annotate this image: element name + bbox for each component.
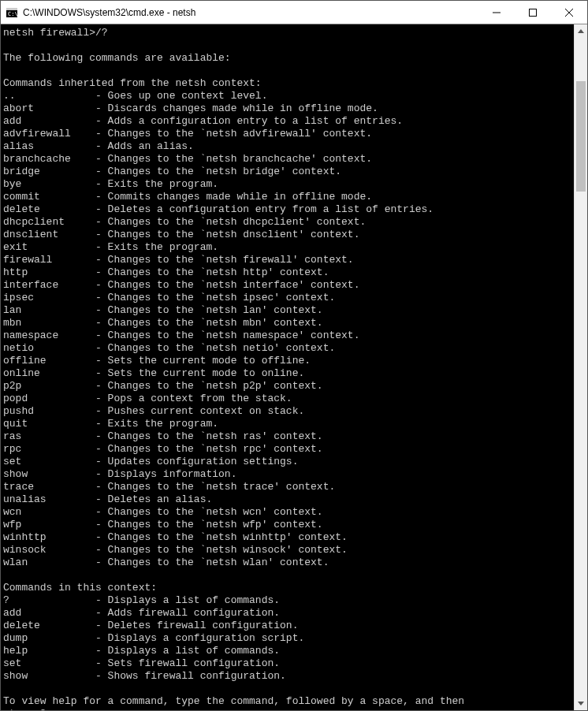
inherited-cmd-dotdot: .. - Goes up one context level. — [3, 90, 571, 102]
titlebar[interactable]: C:\ C:\WINDOWS\system32\cmd.exe - netsh — [1, 1, 587, 24]
inherited-cmd-bye: bye - Exits the program. — [3, 178, 571, 191]
blank-line — [3, 39, 571, 52]
scroll-track[interactable] — [575, 38, 587, 697]
inherited-cmd-alias: alias - Adds an alias. — [3, 140, 571, 153]
inherited-cmd-dhcpclient: dhcpclient - Changes to the `netsh dhcpc… — [3, 216, 571, 229]
context-cmd-help: help - Displays a list of commands. — [3, 645, 571, 657]
inherited-cmd-netio: netio - Changes to the `netsh netio' con… — [3, 342, 571, 355]
inherited-cmd-exit: exit - Exits the program. — [3, 241, 571, 254]
blank-line — [3, 683, 571, 695]
inherited-cmd-ipsec: ipsec - Changes to the `netsh ipsec' con… — [3, 292, 571, 304]
context-cmd-delete: delete - Deletes firewall configuration. — [3, 620, 571, 632]
svg-marker-8 — [578, 702, 584, 705]
available-header: The following commands are available: — [3, 52, 571, 65]
inherited-cmd-set: set - Updates configuration settings. — [3, 456, 571, 468]
context-cmd-qmark: ? - Displays a list of commands. — [3, 594, 571, 607]
inherited-cmd-online: online - Sets the current mode to online… — [3, 367, 571, 380]
inherited-cmd-firewall: firewall - Changes to the `netsh firewal… — [3, 254, 571, 266]
inherited-cmd-wcn: wcn - Changes to the `netsh wcn' context… — [3, 506, 571, 519]
inherited-cmd-mbn: mbn - Changes to the `netsh mbn' context… — [3, 317, 571, 329]
inherited-cmd-ras: ras - Changes to the `netsh ras' context… — [3, 430, 571, 443]
inherited-cmd-offline: offline - Sets the current mode to offli… — [3, 355, 571, 367]
svg-rect-1 — [6, 8, 17, 10]
inherited-cmd-wlan: wlan - Changes to the `netsh wlan' conte… — [3, 557, 571, 569]
scroll-thumb[interactable] — [576, 81, 586, 192]
cmd-icon: C:\ — [6, 6, 18, 19]
cmd-window: C:\ C:\WINDOWS\system32\cmd.exe - netsh … — [0, 0, 588, 711]
context-cmd-add: add - Adds firewall configuration. — [3, 607, 571, 620]
window-controls — [478, 1, 587, 24]
maximize-button[interactable] — [515, 1, 551, 24]
svg-rect-4 — [530, 9, 537, 16]
window-title: C:\WINDOWS\system32\cmd.exe - netsh — [23, 7, 478, 18]
inherited-header: Commands inherited from the netsh contex… — [3, 77, 571, 90]
inherited-cmd-lan: lan - Changes to the `netsh lan' context… — [3, 304, 571, 317]
inherited-cmd-unalias: unalias - Deletes an alias. — [3, 493, 571, 506]
scroll-down-arrow[interactable] — [575, 697, 587, 710]
inherited-cmd-pushd: pushd - Pushes current context on stack. — [3, 405, 571, 418]
blank-line — [3, 65, 571, 77]
close-button[interactable] — [551, 1, 587, 24]
console-output[interactable]: netsh firewall>/? The following commands… — [1, 24, 574, 710]
inherited-cmd-advfirewall: advfirewall - Changes to the `netsh advf… — [3, 128, 571, 140]
vertical-scrollbar[interactable] — [574, 24, 587, 710]
inherited-cmd-namespace: namespace - Changes to the `netsh namesp… — [3, 329, 571, 342]
inherited-cmd-bridge: bridge - Changes to the `netsh bridge' c… — [3, 166, 571, 178]
prompt-input-help: netsh firewall>/? — [3, 27, 571, 39]
inherited-cmd-commit: commit - Commits changes made while in o… — [3, 191, 571, 203]
inherited-cmd-abort: abort - Discards changes made while in o… — [3, 102, 571, 115]
svg-marker-7 — [578, 29, 584, 33]
inherited-cmd-popd: popd - Pops a context from the stack. — [3, 393, 571, 405]
inherited-cmd-p2p: p2p - Changes to the `netsh p2p' context… — [3, 380, 571, 393]
scroll-up-arrow[interactable] — [575, 24, 587, 38]
context-header: Commands in this context: — [3, 582, 571, 594]
inherited-cmd-wfp: wfp - Changes to the `netsh wfp' context… — [3, 519, 571, 531]
blank-line — [3, 569, 571, 582]
context-cmd-show: show - Shows firewall configuration. — [3, 670, 571, 683]
inherited-cmd-add: add - Adds a configuration entry to a li… — [3, 115, 571, 128]
inherited-cmd-dnsclient: dnsclient - Changes to the `netsh dnscli… — [3, 229, 571, 241]
help-hint-line1: To view help for a command, type the com… — [3, 695, 571, 708]
inherited-cmd-http: http - Changes to the `netsh http' conte… — [3, 266, 571, 279]
inherited-cmd-winsock: winsock - Changes to the `netsh winsock'… — [3, 544, 571, 557]
inherited-cmd-trace: trace - Changes to the `netsh trace' con… — [3, 481, 571, 493]
inherited-cmd-quit: quit - Exits the program. — [3, 418, 571, 430]
context-cmd-set: set - Sets firewall configuration. — [3, 657, 571, 670]
context-cmd-dump: dump - Displays a configuration script. — [3, 632, 571, 645]
content-area: netsh firewall>/? The following commands… — [1, 24, 587, 710]
inherited-cmd-delete: delete - Deletes a configuration entry f… — [3, 203, 571, 216]
inherited-cmd-branchcache: branchcache - Changes to the `netsh bran… — [3, 153, 571, 166]
help-hint-line2: type ?. — [3, 708, 571, 710]
inherited-cmd-winhttp: winhttp - Changes to the `netsh winhttp'… — [3, 531, 571, 544]
inherited-cmd-show: show - Displays information. — [3, 468, 571, 481]
svg-text:C:\: C:\ — [8, 11, 17, 17]
inherited-cmd-rpc: rpc - Changes to the `netsh rpc' context… — [3, 443, 571, 456]
minimize-button[interactable] — [478, 1, 515, 24]
inherited-cmd-interface: interface - Changes to the `netsh interf… — [3, 279, 571, 292]
